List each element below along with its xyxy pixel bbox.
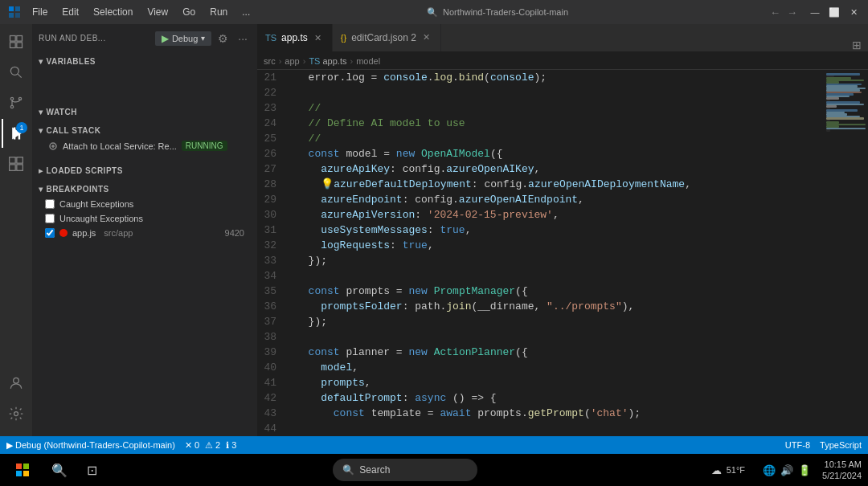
tab-edit-card-close[interactable]: ✕ [421, 32, 432, 43]
taskbar-search-icon[interactable]: 🔍 [45, 455, 74, 484]
caught-exceptions-checkbox[interactable] [45, 199, 55, 209]
code-content[interactable]: error.log = console.log.bind(console); /… [289, 70, 820, 436]
network-icon[interactable]: 🌐 [763, 464, 776, 476]
loaded-scripts-section-header[interactable]: ▸ LOADED SCRIPTS [32, 163, 257, 178]
svg-point-10 [10, 97, 13, 100]
taskbar-weather-icon: ☁ [711, 464, 722, 476]
watch-section-header[interactable]: ▾ WATCH [32, 104, 257, 120]
svg-rect-17 [17, 157, 23, 164]
variables-section-header[interactable]: ▾ VARIABLES [32, 54, 257, 69]
taskbar-search-box[interactable]: 🔍 Search [333, 459, 477, 481]
svg-rect-3 [15, 13, 20, 18]
close-button[interactable]: ✕ [845, 4, 862, 20]
ln-28: 28 [257, 177, 283, 192]
svg-rect-2 [9, 13, 14, 18]
taskbar-icons: 🔍 ⊡ [45, 455, 106, 484]
editor-area: TS app.ts ✕ {} editCard.json 2 ✕ ⊞ src ›… [257, 24, 868, 436]
taskbar-taskview-icon[interactable]: ⊡ [77, 455, 106, 484]
breakpoints-section-header[interactable]: ▾ BREAKPOINTS [32, 182, 257, 197]
app-js-position: 9420 [225, 228, 244, 238]
svg-rect-4 [10, 36, 16, 42]
title-bar-center: 🔍 Northwind-Traders-Copilot-main [225, 7, 770, 18]
taskbar-date-display: 5/21/2024 [822, 470, 862, 481]
errors-status-item[interactable]: ✕ 0 ⚠ 2 ℹ 3 [185, 440, 236, 451]
split-editor-icon[interactable]: ⊞ [852, 39, 862, 51]
tab-app-ts-close[interactable]: ✕ [313, 32, 324, 43]
battery-icon[interactable]: 🔋 [798, 464, 811, 476]
app-js-label: app.js [72, 228, 96, 238]
breadcrumb-sep-3: › [350, 56, 353, 66]
taskbar-clock[interactable]: 10:15 AM 5/21/2024 [822, 459, 862, 482]
status-bar-left: ▶ Debug (Northwind-Traders-Copilot-main)… [6, 440, 236, 451]
ln-37: 37 [257, 314, 283, 329]
activity-settings[interactable] [2, 399, 31, 428]
debug-icon: ▶ [6, 440, 13, 451]
tab-json-icon: {} [341, 33, 346, 43]
code-line-28: 💡azureDefaultDeployment: config.azureOpe… [289, 177, 820, 192]
breadcrumb-src[interactable]: src [264, 56, 276, 66]
info-count: 3 [231, 440, 236, 450]
status-bar-right: UTF-8 TypeScript [785, 440, 862, 450]
activity-explorer[interactable] [2, 27, 31, 56]
loaded-scripts-section: ▸ LOADED SCRIPTS [32, 161, 257, 180]
svg-rect-25 [16, 471, 22, 476]
sound-icon[interactable]: 🔊 [780, 464, 793, 476]
menu-view[interactable]: View [141, 5, 174, 19]
activity-extensions[interactable] [2, 149, 31, 178]
uncaught-exceptions-checkbox[interactable] [45, 214, 55, 223]
watch-arrow-icon: ▾ [39, 108, 43, 116]
menu-selection[interactable]: Selection [87, 5, 139, 19]
taskbar-weather-temp: 51°F [727, 465, 745, 475]
breadcrumb-symbol[interactable]: model [356, 56, 380, 66]
svg-rect-7 [17, 43, 23, 48]
menu-edit[interactable]: Edit [55, 5, 85, 19]
debug-more-button[interactable]: ··· [235, 31, 251, 47]
app-js-checkbox[interactable] [45, 228, 55, 238]
breakpoints-arrow-icon: ▾ [39, 185, 43, 194]
debug-settings-button[interactable]: ⚙ [215, 31, 231, 47]
code-line-41: prompts, [289, 375, 820, 390]
tab-edit-card-label: editCard.json 2 [351, 32, 416, 43]
minimize-button[interactable]: — [807, 4, 823, 20]
debug-status-item[interactable]: ▶ Debug (Northwind-Traders-Copilot-main) [6, 440, 175, 451]
breakpoint-dot-icon [59, 229, 68, 237]
tab-bar: TS app.ts ✕ {} editCard.json 2 ✕ ⊞ [257, 24, 868, 52]
activity-search[interactable] [2, 58, 31, 87]
menu-file[interactable]: File [26, 5, 54, 19]
ln-38: 38 [257, 329, 283, 345]
svg-rect-1 [15, 6, 20, 11]
call-stack-item[interactable]: Attach to Local Service: Re... RUNNING [32, 138, 257, 153]
ln-42: 42 [257, 390, 283, 406]
tab-app-ts[interactable]: TS app.ts ✕ [257, 24, 333, 51]
breadcrumb-file[interactable]: TS app.ts [309, 56, 346, 66]
svg-rect-6 [10, 43, 16, 48]
ln-35: 35 [257, 284, 283, 299]
loaded-scripts-arrow-icon: ▸ [39, 166, 43, 175]
maximize-button[interactable]: ⬜ [826, 4, 842, 20]
debug-dropdown-button[interactable]: ▶ Debug ▾ [155, 31, 211, 46]
tab-edit-card[interactable]: {} editCard.json 2 ✕ [333, 24, 441, 51]
ln-44: 44 [257, 421, 283, 436]
variables-label: VARIABLES [47, 57, 96, 66]
activity-source-control[interactable] [2, 88, 31, 117]
activity-bar: 1 [0, 24, 32, 436]
encoding-status-item[interactable]: UTF-8 [785, 440, 810, 450]
call-stack-section-header[interactable]: ▾ CALL STACK [32, 123, 257, 138]
tab-ts-icon: TS [265, 33, 276, 43]
ln-39: 39 [257, 345, 283, 360]
line-numbers: 21 22 23 24 25 26 27 28 29 30 31 32 33 3… [257, 70, 289, 436]
breadcrumb-app[interactable]: app [285, 56, 299, 66]
variables-content [32, 69, 257, 101]
activity-accounts[interactable] [2, 369, 31, 398]
breadcrumb: src › app › TS app.ts › model [257, 52, 868, 70]
menu-go[interactable]: Go [176, 5, 202, 19]
ln-30: 30 [257, 207, 283, 223]
code-line-38 [289, 329, 820, 345]
language-status-item[interactable]: TypeScript [820, 440, 862, 450]
ln-43: 43 [257, 406, 283, 421]
taskbar-start-button[interactable] [6, 464, 39, 476]
code-line-42: defaultPrompt: async () => { [289, 390, 820, 406]
activity-run-debug[interactable]: 1 [2, 119, 31, 148]
main-area: 1 [0, 24, 868, 436]
taskbar-center: 🔍 Search [106, 459, 705, 481]
